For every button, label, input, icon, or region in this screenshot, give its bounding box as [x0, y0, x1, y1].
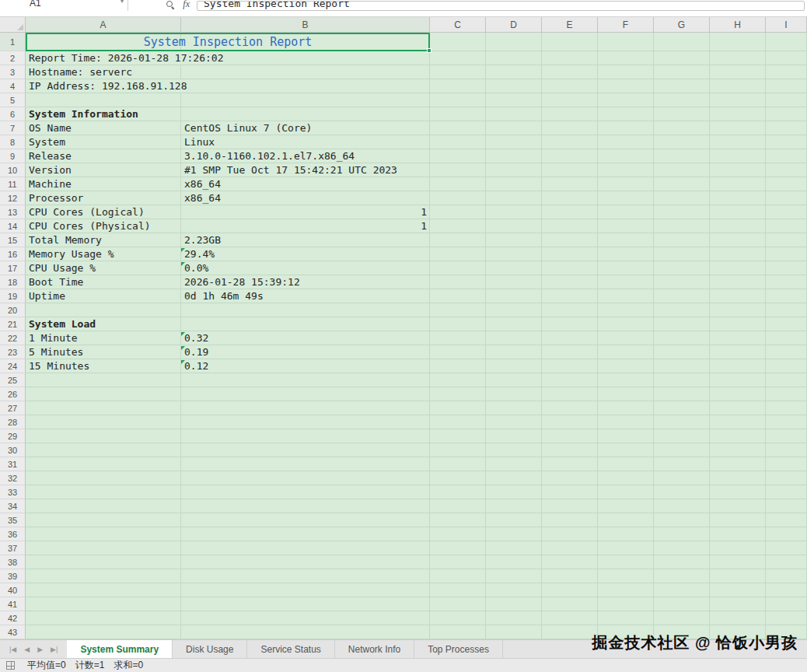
row-header-1[interactable]: 1: [0, 33, 26, 51]
row-header-33[interactable]: 33: [0, 485, 26, 499]
row-cells-41[interactable]: [26, 597, 807, 611]
cell-A9[interactable]: Release: [26, 149, 75, 163]
previous-sheet-button[interactable]: ◀: [24, 646, 30, 653]
insert-function-fx-icon[interactable]: fx: [183, 0, 190, 10]
sheet-grid[interactable]: 1System Inspection Report2Report Time: 2…: [0, 33, 807, 639]
selected-merged-cell-A1-B1[interactable]: System Inspection Report: [26, 33, 430, 51]
cell-A14[interactable]: CPU Cores (Physical): [26, 219, 154, 233]
row-cells-34[interactable]: [26, 499, 807, 513]
row-header-29[interactable]: 29: [0, 429, 26, 443]
row-cells-27[interactable]: [26, 401, 807, 415]
cell-A8[interactable]: System: [26, 135, 68, 149]
row-cells-42[interactable]: [26, 611, 807, 625]
row-header-6[interactable]: 6: [0, 107, 26, 121]
row-cells-40[interactable]: [26, 583, 807, 597]
row-header-14[interactable]: 14: [0, 219, 26, 233]
cell-A17[interactable]: CPU Usage %: [26, 261, 99, 275]
column-header-G[interactable]: G: [654, 17, 710, 32]
row-cells-24[interactable]: 15 Minutes0.12: [26, 359, 807, 373]
row-header-31[interactable]: 31: [0, 457, 26, 471]
row-cells-10[interactable]: Version#1 SMP Tue Oct 17 15:42:21 UTC 20…: [26, 163, 807, 177]
row-header-18[interactable]: 18: [0, 275, 26, 289]
row-cells-36[interactable]: [26, 527, 807, 541]
row-cells-26[interactable]: [26, 387, 807, 401]
row-cells-1[interactable]: System Inspection Report: [26, 33, 807, 51]
cell-A2[interactable]: Report Time: 2026-01-28 17:26:02: [26, 51, 226, 65]
row-cells-32[interactable]: [26, 471, 807, 485]
row-cells-13[interactable]: CPU Cores (Logical)1: [26, 205, 807, 219]
select-all-corner[interactable]: [0, 17, 26, 32]
row-cells-30[interactable]: [26, 443, 807, 457]
column-header-I[interactable]: I: [766, 17, 807, 32]
row-header-34[interactable]: 34: [0, 499, 26, 513]
row-header-8[interactable]: 8: [0, 135, 26, 149]
row-header-41[interactable]: 41: [0, 597, 26, 611]
cell-A15[interactable]: Total Memory: [26, 233, 105, 247]
column-header-B[interactable]: B: [181, 17, 430, 32]
column-header-F[interactable]: F: [598, 17, 654, 32]
row-cells-16[interactable]: Memory Usage %29.4%: [26, 247, 807, 261]
row-cells-25[interactable]: [26, 373, 807, 387]
cell-B22[interactable]: 0.32: [181, 331, 211, 345]
row-header-26[interactable]: 26: [0, 387, 26, 401]
cell-A19[interactable]: Uptime: [26, 289, 68, 303]
cell-B24[interactable]: 0.12: [181, 359, 211, 373]
sheet-tab-system-summary[interactable]: System Summary: [67, 640, 173, 658]
row-cells-33[interactable]: [26, 485, 807, 499]
row-header-17[interactable]: 17: [0, 261, 26, 275]
cell-A24[interactable]: 15 Minutes: [26, 359, 93, 373]
row-header-5[interactable]: 5: [0, 93, 26, 107]
row-header-13[interactable]: 13: [0, 205, 26, 219]
row-cells-22[interactable]: 1 Minute0.32: [26, 331, 807, 345]
sheet-tab-network-info[interactable]: Network Info: [335, 640, 414, 658]
cell-B15[interactable]: 2.23GB: [181, 233, 224, 247]
row-cells-9[interactable]: Release3.10.0-1160.102.1.el7.x86_64: [26, 149, 807, 163]
fill-handle[interactable]: [427, 48, 431, 53]
row-cells-7[interactable]: OS NameCentOS Linux 7 (Core): [26, 121, 807, 135]
cell-B19[interactable]: 0d 1h 46m 49s: [181, 289, 267, 303]
cell-A4[interactable]: IP Address: 192.168.91.128: [26, 79, 190, 93]
column-header-C[interactable]: C: [430, 17, 486, 32]
search-icon[interactable]: [166, 1, 174, 9]
row-cells-6[interactable]: System Information: [26, 107, 807, 121]
cell-A23[interactable]: 5 Minutes: [26, 345, 86, 359]
row-header-40[interactable]: 40: [0, 583, 26, 597]
sheet-tab-service-status[interactable]: Service Status: [247, 640, 334, 658]
row-cells-21[interactable]: System Load: [26, 317, 807, 331]
row-cells-11[interactable]: Machinex86_64: [26, 177, 807, 191]
row-cells-37[interactable]: [26, 541, 807, 555]
row-cells-20[interactable]: [26, 303, 807, 317]
cell-B17[interactable]: 0.0%: [181, 261, 211, 275]
column-header-D[interactable]: D: [486, 17, 542, 32]
sheet-tab-top-processes[interactable]: Top Processes: [414, 640, 503, 658]
cell-A11[interactable]: Machine: [26, 177, 75, 191]
sheet-tab-disk-usage[interactable]: Disk Usage: [173, 640, 247, 658]
row-header-27[interactable]: 27: [0, 401, 26, 415]
row-header-32[interactable]: 32: [0, 471, 26, 485]
row-header-19[interactable]: 19: [0, 289, 26, 303]
row-cells-35[interactable]: [26, 513, 807, 527]
row-cells-3[interactable]: Hostname: serverc: [26, 65, 807, 79]
row-cells-5[interactable]: [26, 93, 807, 107]
row-header-38[interactable]: 38: [0, 555, 26, 569]
cell-B12[interactable]: x86_64: [181, 191, 224, 205]
row-header-9[interactable]: 9: [0, 149, 26, 163]
cell-A12[interactable]: Processor: [26, 191, 86, 205]
row-header-7[interactable]: 7: [0, 121, 26, 135]
row-header-36[interactable]: 36: [0, 527, 26, 541]
cell-A6[interactable]: System Information: [26, 107, 141, 121]
cell-B23[interactable]: 0.19: [181, 345, 211, 359]
row-header-35[interactable]: 35: [0, 513, 26, 527]
cell-B16[interactable]: 29.4%: [181, 247, 218, 261]
formula-input[interactable]: System Inspection Report: [197, 1, 805, 11]
cell-A7[interactable]: OS Name: [26, 121, 75, 135]
cell-A13[interactable]: CPU Cores (Logical): [26, 205, 148, 219]
row-header-11[interactable]: 11: [0, 177, 26, 191]
row-header-4[interactable]: 4: [0, 79, 26, 93]
row-cells-23[interactable]: 5 Minutes0.19: [26, 345, 807, 359]
column-header-H[interactable]: H: [710, 17, 766, 32]
next-sheet-button[interactable]: ▶: [37, 646, 43, 653]
row-cells-38[interactable]: [26, 555, 807, 569]
cell-B8[interactable]: Linux: [181, 135, 218, 149]
cell-A22[interactable]: 1 Minute: [26, 331, 81, 345]
